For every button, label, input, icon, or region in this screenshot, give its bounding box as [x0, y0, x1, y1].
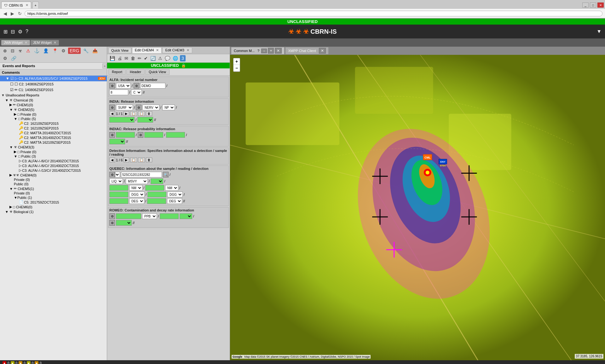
back-button[interactable]: ◀ [3, 11, 8, 16]
edit-btn[interactable]: ✏ [137, 55, 142, 61]
india-next-btn[interactable]: ▶ [124, 111, 129, 116]
romeo-ppb-select[interactable]: PPB [142, 213, 157, 219]
check-icon-2[interactable]: ☑ [10, 88, 14, 92]
romeo-input2[interactable] [160, 213, 179, 219]
map-close-btn[interactable]: ✕ [275, 48, 282, 54]
quebec-deg2-input[interactable] [147, 198, 166, 204]
quebec-deg1-input[interactable] [109, 198, 128, 204]
connect-btn[interactable]: 🔗 [10, 55, 18, 61]
comment-btn[interactable]: 💬 [164, 55, 171, 61]
jem-widget-tab[interactable]: JEM Widget ✕ [31, 40, 59, 45]
chem-expand[interactable]: ▼ [5, 98, 9, 102]
tree-c2-2[interactable]: 🔑 C2: 162109ZSEP2015 [0, 126, 107, 130]
quebec-icon-select[interactable] [115, 172, 120, 177]
det-add-btn[interactable]: 📋 [130, 158, 137, 162]
tool2-btn[interactable]: 📤 [91, 48, 99, 54]
indiac-icon2[interactable]: ⚙ [138, 132, 143, 138]
tree-c2-4[interactable]: 🔑 C2: MATTA 201400ZOCT2015 [0, 135, 107, 140]
tree-c3-3[interactable]: ▷ C3: ALFA/-/-/13/C// 201400ZOCT2015 [0, 168, 107, 173]
romeo-icon[interactable]: ⚙ [109, 213, 115, 219]
map-tab-xmpp[interactable]: XMPP Chat Client ✕ [285, 47, 328, 54]
quebec-nm1-input[interactable] [109, 185, 128, 191]
edit-chem4-close-icon[interactable]: ✕ [156, 48, 159, 52]
indiac-input1[interactable] [116, 132, 135, 138]
india-agent-select[interactable]: NERV [142, 105, 159, 110]
form-scroll-area[interactable]: ALFA: Incident serial number ⚙ USA / ⚙ /… [107, 76, 230, 360]
jwa-tab-close-icon[interactable]: ✕ [25, 41, 27, 45]
tree-chemical[interactable]: ▼ ☣ Chemical (9) [0, 98, 107, 102]
bio-expand[interactable]: ▼ [5, 210, 9, 214]
sub-tab-report[interactable]: Report [108, 69, 126, 75]
romeo-green-select[interactable] [180, 213, 192, 219]
browser-tab-cbrnis[interactable]: 🛡 CBRN IS ✕ [1, 2, 31, 9]
tree-chem5[interactable]: ▼ ✏ CHEM5(1) [0, 186, 107, 191]
alfa-country-select[interactable]: USA [116, 83, 131, 89]
alfa-class-select[interactable]: C [131, 90, 142, 95]
indiac-icon[interactable]: ⚙ [109, 132, 115, 138]
det-copy-btn[interactable]: 📋 [138, 158, 145, 162]
erg-btn[interactable]: ERG [68, 48, 81, 54]
quebec-nm2-select[interactable]: NM [165, 185, 178, 191]
save-btn[interactable]: 💾 [109, 55, 116, 61]
new-tab-button[interactable]: + [32, 2, 39, 9]
det-del-btn[interactable]: 🗑 [146, 158, 152, 162]
globe-btn[interactable]: 🌐 [172, 55, 179, 61]
chem5-expand[interactable]: ▼ [9, 187, 13, 191]
quebec-green-select[interactable] [151, 178, 163, 184]
map-plus-btn[interactable]: + [268, 48, 274, 54]
tree-chem5-private[interactable]: Private (0) [0, 191, 107, 195]
india-green-select2[interactable] [137, 117, 153, 123]
quebec-dgg2-input[interactable] [147, 192, 166, 197]
quebec-search-icon[interactable]: 🔍 [163, 172, 169, 177]
india-np-select[interactable]: NP [162, 105, 175, 110]
chem3p-expand[interactable]: ▶ [14, 150, 16, 154]
warning-btn[interactable]: ⚠ [25, 48, 32, 54]
settings-icon[interactable]: ⚙ [17, 28, 23, 36]
xmpp-close-btn[interactable]: ✕ [319, 48, 326, 54]
india-del-btn[interactable]: 🗑 [146, 111, 152, 116]
tree-chem1[interactable]: ▶ ✏ CHEM1(0) [0, 102, 107, 107]
indiac-input3[interactable] [166, 132, 185, 138]
quebec-dgg2-select[interactable]: DGG [167, 192, 183, 197]
tree-biological[interactable]: ▼ ☣ Biological (1) [0, 209, 107, 214]
tab-quick-view[interactable]: Quick View [108, 48, 131, 53]
tree-chem2[interactable]: ▼ ☣ CHEM2(5) [0, 107, 107, 112]
india-green-select1[interactable] [109, 117, 135, 123]
maximize-button[interactable]: □ [590, 3, 596, 8]
alfa-icon2[interactable]: ⚙ [134, 83, 139, 89]
india-copy-btn[interactable]: 📋 [138, 111, 145, 116]
quebec-nm2-input[interactable] [145, 185, 164, 191]
settings2-btn[interactable]: ⚙ [60, 48, 67, 54]
new-icon[interactable]: ⊞ [3, 28, 9, 36]
map-content[interactable]: CML ENY 9704 [230, 55, 605, 360]
sub-tab-quickview[interactable]: Quick View [145, 69, 170, 75]
edit-chem3-close-icon[interactable]: ✕ [187, 48, 189, 52]
gear-btn[interactable]: ⚙ [2, 55, 9, 61]
chem5pub-expand[interactable]: ▼ [14, 196, 17, 199]
quebec-icon[interactable]: ⚙ [109, 172, 115, 177]
quebec-dgg1-input[interactable] [109, 192, 128, 197]
alfa-num-input[interactable] [109, 90, 128, 95]
person-btn[interactable]: 👤 [42, 48, 50, 54]
chem3pub-expand[interactable]: ▼ [14, 154, 17, 158]
num3-btn[interactable]: 3 [180, 55, 186, 61]
quebec-nm1-select[interactable]: NM [129, 185, 142, 191]
tree-chem3-public[interactable]: ▼ □ Public (3) [0, 154, 107, 159]
quebec-dgg1-select[interactable]: DGG [129, 192, 145, 197]
quebec-deg1-select[interactable]: DEG [129, 198, 144, 204]
alert-btn[interactable]: ⚠ [158, 55, 163, 61]
chem3-expand[interactable]: ▼ [9, 145, 13, 149]
tree-c5-1[interactable]: 📄 C5: 201759ZOCT2015 [0, 200, 107, 205]
quebec-agent-select[interactable]: MSVY [126, 178, 148, 184]
tree-c3-2[interactable]: ▷ C3: ALFA/-/-/6/C// 201400ZOCT2015 [0, 163, 107, 168]
check-icon-1[interactable]: ☐ [10, 82, 14, 86]
refresh-button[interactable]: ↻ [17, 11, 23, 16]
tree-chem3[interactable]: ▼ ☣ CHEM3(3) [0, 145, 107, 149]
tree-chem2-public[interactable]: ▼ □ Public (5) [0, 117, 107, 121]
tree-item-c3-selected[interactable]: ▼ ☑ ▷ C3: ALFA/USA/1001/5/C// 140806ZSEP… [0, 76, 107, 81]
chem6-expand[interactable]: ▶ [9, 205, 12, 209]
tree-chem3-private[interactable]: ▶ □ Private (0) [0, 149, 107, 154]
tree-scroll-container[interactable]: ▼ Unallocated Reports ▼ ☣ Chemical (9) ▶… [0, 93, 107, 360]
tree-c2-1[interactable]: 🔑 C2: 162109ZSEP2015 [0, 121, 107, 126]
tree-chem4-private[interactable]: Private (0) [0, 177, 107, 182]
